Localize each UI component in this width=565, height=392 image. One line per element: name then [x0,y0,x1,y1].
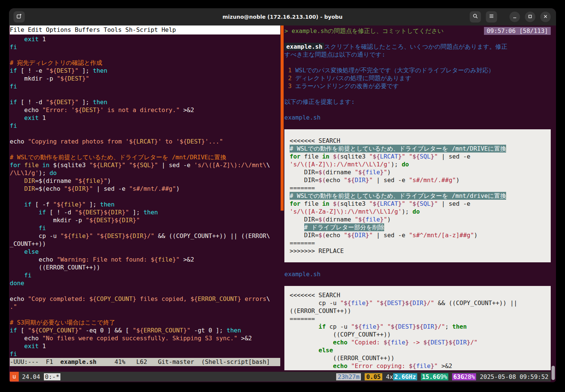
byobu-logo: u [10,372,19,382]
token [290,338,333,346]
code-line: ((ERROR_COUNT++)) [290,307,545,315]
menu-item-file[interactable]: File [10,25,24,34]
token: in [39,161,50,169]
emacs-pane[interactable]: FileEditOptionsBuffersToolsSh-ScriptHelp… [10,25,280,367]
token [405,153,409,160]
code-line: DIR=$(echo "${DIR}" | sed -e "s#/mnt/.##… [10,185,280,193]
code-line: fi [10,350,280,358]
code-line: DIR=$(dirname "${file}") [10,177,280,185]
code-line [10,145,280,153]
token: " [402,200,406,208]
emacs-menubar: FileEditOptionsBuffersToolsSh-ScriptHelp [10,25,280,34]
token [10,90,14,98]
token: "${ [53,200,64,208]
token: # WSLでの動作を前提としているため、ドライブレターを /mnt/DRIVEに… [10,153,226,161]
token: }${ [100,208,111,216]
token [10,177,24,185]
token: then [93,98,108,106]
code-line [284,58,551,66]
code-line: fi [10,82,280,90]
token [284,278,288,286]
token: if [10,67,17,75]
code-line: # WSLでの動作を前提としているため、ドライブレターを /mnt/driveに… [290,192,545,200]
terminal-window: mizuno@noble (172.16.213.100) - byobu [9,8,556,382]
token: \ [266,161,270,169]
code-line: DIR=$(dirname "${file}") [290,215,545,223]
terminal-content: FileEditOptionsBuffersToolsSh-ScriptHelp… [9,25,556,382]
code-line: # 宛先ディレクトリの確認と作成 [10,59,280,67]
token: _COUNT++)) [10,240,46,248]
token: $( [319,231,326,239]
token: ${ [405,299,412,307]
token: cp -u [290,299,340,307]
code-line: mkdir -p "${DEST}" [10,75,280,82]
token: ======= [290,315,315,323]
token: DIR [133,232,144,240]
token: $( [319,176,326,184]
token: ]; [78,98,93,106]
token: echo [326,176,344,184]
token: >&2 [438,362,452,370]
code-line: example.sh [284,270,551,278]
menu-item-tools[interactable]: Tools [104,25,122,34]
token: && ((COPY_COUNT++)) || ((ERROR [154,232,266,240]
token [290,223,304,231]
menu-item-sh-script[interactable]: Sh-Script [125,25,158,34]
code-line: mkdir -p "${DEST}${DIR}" [10,216,280,224]
pane-divider[interactable] [281,25,284,211]
token: fi [24,271,32,279]
token: } [431,153,434,160]
token: " [434,200,438,208]
token: if [39,208,46,216]
session-indicator[interactable]: 0:-* [44,373,61,380]
assistant-intro: > example.shの問題点を修正し、コミットしてください09:57:06 … [284,27,551,121]
token: | sed -e [438,153,470,160]
token: "${ [28,326,39,334]
token: } [445,338,449,346]
token: ======= [290,239,315,247]
new-tab-button[interactable] [14,11,25,22]
token: # WSLでの動作を前提としているため、ドライブレターを /mnt/DRIVEに… [290,145,506,153]
token [10,145,14,153]
assistant-pane[interactable]: > example.shの問題点を修正し、コミットしてください09:57:06 … [284,25,551,372]
token: スクリプトを確認したところ、いくつかの問題点があります。修正 [324,43,507,51]
token: DIR= [290,215,319,223]
emacs-modeline: -UUU:--- F1 example.sh 41% L62 Git-maste… [10,358,280,366]
token: DEST [86,208,100,216]
code-line [10,90,280,98]
titlebar: mizuno@noble (172.16.213.100) - byobu [9,8,556,25]
menu-item-help[interactable]: Help [161,25,176,34]
search-icon [472,13,478,21]
token: ) [107,177,111,185]
token: "${ [46,98,57,106]
code-line: if [ ! -d "${DEST}" ]; then [10,98,280,106]
token: [ [17,326,28,334]
menu-item-buffers[interactable]: Buffers [75,25,100,34]
token: " [355,168,358,176]
token: " [434,153,438,160]
token: DIR [423,323,434,331]
token: && ((COPY_COUNT++)) || [434,299,517,307]
scrollbar-thumb[interactable] [551,366,555,380]
maximize-button[interactable] [525,12,535,22]
close-button[interactable] [540,12,551,22]
menu-item-edit[interactable]: Edit [28,25,42,34]
token: ${ [413,200,420,208]
token: for [290,200,301,208]
token: do [50,169,57,177]
token: " [369,153,373,160]
menu-button[interactable] [486,11,497,22]
token: 41% L62 Git-master (Shell-script[bash] [96,358,270,366]
token: } files copied, ${ [133,295,198,303]
token: "${ [96,232,107,240]
token: DEST [82,106,97,114]
menu-item-options[interactable]: Options [46,25,71,34]
emacs-buffer[interactable]: exit 1fi # 宛先ディレクトリの確認と作成if [ ! -e "${DE… [10,35,280,358]
code-line: echo "Copying rated photos from '${LRCAT… [10,138,280,145]
token: for [290,153,301,160]
code-line: # S3同期が必要ない場合はここで終了 [10,319,280,326]
token: echo [10,256,57,263]
token: cp -u [326,323,351,331]
minimize-button[interactable] [509,12,520,22]
search-button[interactable] [470,11,481,22]
